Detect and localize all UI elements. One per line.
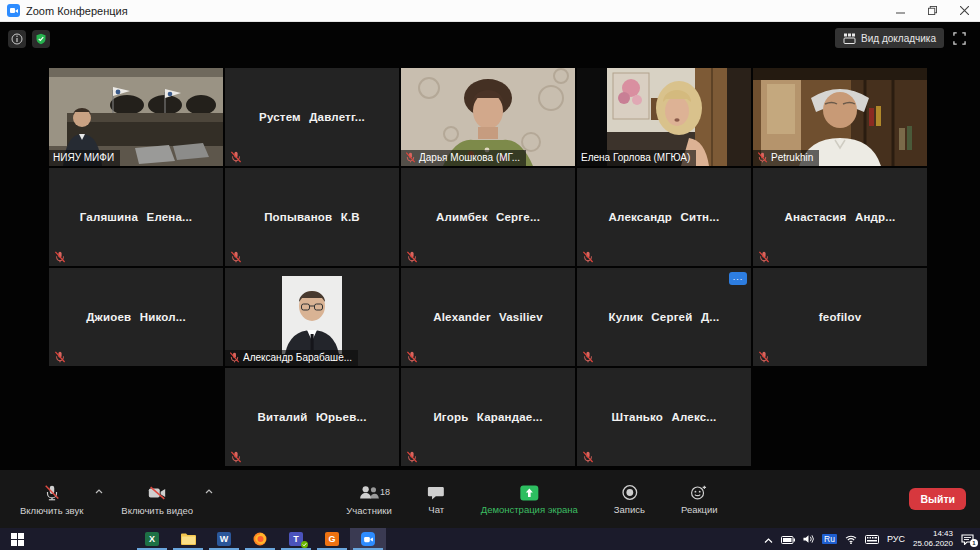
participant-name-chip: Petrukhin — [753, 150, 819, 166]
muted-mic-icon — [230, 249, 242, 261]
teams-status-icon — [301, 541, 308, 548]
participant-name-chip: Дарья Мошкова (МГ... — [401, 150, 526, 166]
windows-taskbar: X W T G — [0, 528, 980, 550]
muted-mic-icon — [758, 349, 770, 361]
taskbar-word-icon[interactable]: W — [206, 528, 242, 550]
participant-name: НИЯУ МИФИ — [53, 152, 114, 163]
participant-name: Petrukhin — [771, 152, 813, 163]
participant-tile[interactable]: Штанько Алекс... — [577, 368, 751, 466]
window-titlebar: Zoom Конференция — [0, 0, 980, 22]
participant-name: Штанько Алекс... — [577, 368, 751, 466]
participant-name: Рустем Давлетг... — [225, 68, 399, 166]
action-center-button[interactable]: 1 — [961, 534, 974, 545]
taskbar-orange-g-app-icon[interactable]: G — [314, 528, 350, 550]
participant-tile[interactable]: Джиоев Никол... — [49, 268, 223, 366]
participant-tile[interactable]: feofilov — [753, 268, 927, 366]
muted-mic-icon — [54, 349, 66, 361]
muted-mic-icon — [406, 449, 418, 461]
start-video-label: Включить видео — [121, 505, 193, 516]
language-indicator[interactable]: РУС — [887, 534, 905, 544]
zoom-app-icon — [7, 4, 20, 17]
taskbar-excel-icon[interactable]: X — [134, 528, 170, 550]
muted-mic-icon — [582, 249, 594, 261]
leave-meeting-button[interactable]: Выйти — [909, 488, 966, 510]
punto-language-badge[interactable]: Ru — [822, 534, 837, 544]
maximize-button[interactable] — [916, 0, 948, 21]
participant-tile[interactable]: Дарья Мошкова (МГ... — [401, 68, 575, 166]
reactions-icon — [691, 484, 708, 501]
participant-name-chip: НИЯУ МИФИ — [49, 150, 120, 166]
mic-muted-icon — [43, 484, 61, 502]
muted-mic-icon — [229, 352, 240, 363]
speaker-view-label: Вид докладчика — [861, 33, 936, 44]
participant-tile[interactable]: Кулик Сергей Д... ... — [577, 268, 751, 366]
participant-tile[interactable]: НИЯУ МИФИ — [49, 68, 223, 166]
record-button[interactable]: Запись — [604, 479, 655, 520]
participant-tile[interactable]: Алимбек Серге... — [401, 168, 575, 266]
participant-name: Джиоев Никол... — [49, 268, 223, 366]
close-button[interactable] — [948, 0, 980, 21]
muted-mic-icon — [582, 349, 594, 361]
start-button[interactable] — [0, 528, 34, 550]
participant-tile[interactable]: Елена Горлова (МГЮА) — [577, 68, 751, 166]
participant-tile[interactable]: Petrukhin — [753, 68, 927, 166]
fullscreen-button[interactable] — [950, 29, 968, 47]
meeting-area: Вид докладчика НИЯУ МИФИ Рустем Давлетг.… — [0, 22, 980, 470]
participant-tile[interactable]: Анастасия Андр... — [753, 168, 927, 266]
speaker-view-button[interactable]: Вид докладчика — [835, 28, 944, 48]
taskbar-file-explorer-icon[interactable] — [170, 528, 206, 550]
muted-mic-icon — [406, 349, 418, 361]
touch-keyboard-icon[interactable] — [865, 530, 879, 548]
start-video-button[interactable]: Включить видео — [111, 479, 203, 520]
taskbar-zoom-icon[interactable] — [350, 528, 386, 550]
taskbar-teams-icon[interactable]: T — [278, 528, 314, 550]
participant-name: Елена Горлова (МГЮА) — [581, 152, 690, 163]
security-shield-button[interactable] — [32, 30, 50, 48]
participant-tile[interactable]: Александр Ситн... — [577, 168, 751, 266]
participant-name: Александр Ситн... — [577, 168, 751, 266]
chat-button[interactable]: Чат — [418, 479, 455, 520]
participant-tile[interactable]: Игорь Карандае... — [401, 368, 575, 466]
volume-icon[interactable] — [803, 530, 814, 548]
record-label: Запись — [614, 504, 645, 515]
more-options-button[interactable]: ... — [729, 272, 747, 285]
participants-button[interactable]: 18 Участники — [336, 479, 401, 520]
participants-icon — [358, 484, 380, 500]
participant-name: Алимбек Серге... — [401, 168, 575, 266]
share-screen-icon — [519, 485, 539, 501]
taskbar-clock[interactable]: 14:43 25.06.2020 — [913, 529, 953, 549]
meeting-info-button[interactable] — [8, 30, 26, 48]
participant-tile[interactable]: Виталий Юрьев... — [225, 368, 399, 466]
participant-tile[interactable]: Попыванов К.В — [225, 168, 399, 266]
participant-name: Кулик Сергей Д... — [577, 268, 751, 366]
speaker-view-icon — [843, 33, 856, 44]
participants-label: Участники — [346, 505, 391, 516]
audio-options-chevron[interactable] — [91, 485, 107, 498]
tray-hidden-icons-chevron[interactable] — [764, 530, 773, 548]
video-options-chevron[interactable] — [201, 485, 217, 498]
minimize-button[interactable] — [884, 0, 916, 21]
share-screen-button[interactable]: Демонстрация экрана — [471, 479, 588, 520]
participant-tile[interactable]: Рустем Давлетг... — [225, 68, 399, 166]
muted-mic-icon — [54, 249, 66, 261]
unmute-button[interactable]: Включить звук — [10, 479, 93, 520]
record-icon — [621, 484, 638, 501]
reactions-button[interactable]: Реакции — [671, 479, 728, 520]
participant-tile[interactable]: Alexander Vasiliev — [401, 268, 575, 366]
share-screen-label: Демонстрация экрана — [481, 504, 578, 515]
taskbar-firefox-icon[interactable] — [242, 528, 278, 550]
battery-icon[interactable] — [781, 530, 795, 548]
taskbar-date: 25.06.2020 — [913, 539, 953, 549]
participant-tile[interactable]: Галяшина Елена... — [49, 168, 223, 266]
participant-tile[interactable]: Александр Барабаше... — [225, 268, 399, 366]
fullscreen-icon — [953, 32, 966, 45]
participant-name-chip: Александр Барабаше... — [225, 350, 358, 366]
chat-label: Чат — [428, 504, 444, 515]
muted-mic-icon — [405, 152, 416, 163]
shield-check-icon — [35, 33, 47, 45]
windows-logo-icon — [11, 533, 24, 546]
wifi-icon[interactable] — [845, 530, 857, 548]
info-icon — [11, 33, 23, 45]
participants-count-badge: 18 — [380, 487, 390, 497]
muted-mic-icon — [406, 249, 418, 261]
